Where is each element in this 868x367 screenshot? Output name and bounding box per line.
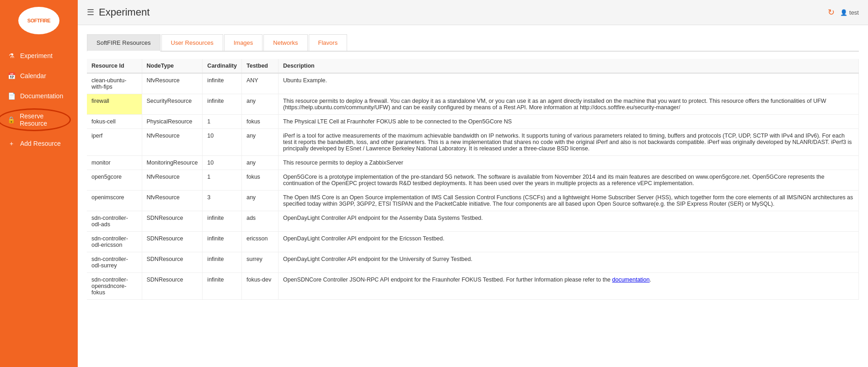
table-header: Resource Id NodeType Cardinality Testbed…: [87, 59, 859, 73]
sidebar-item-reserve-resource[interactable]: 🔒 Reserve Resource: [0, 106, 78, 133]
tabs-bar: SoftFIRE Resources User Resources Images…: [87, 34, 859, 52]
username: test: [849, 9, 859, 16]
user-info: 👤 test: [840, 9, 859, 16]
header-right: ↻ 👤 test: [828, 7, 859, 17]
table-row: sdn-controller-odl-ericssonSDNResourcein…: [87, 232, 859, 252]
header-left: ☰ Experiment: [87, 6, 150, 18]
sidebar-nav: ⚗ Experiment 📅 Calendar 📄 Documentation …: [0, 46, 78, 154]
table-row: openimscoreNfvResource3anyThe Open IMS C…: [87, 191, 859, 211]
sidebar-item-calendar[interactable]: 📅 Calendar: [0, 66, 78, 86]
cell-testbed: fokus: [241, 170, 278, 191]
cell-cardinality: 10: [203, 129, 242, 156]
cell-resource-id: fokus-cell: [87, 115, 142, 129]
table-row: sdn-controller-odl-adsSDNResourceinfinit…: [87, 211, 859, 232]
refresh-icon[interactable]: ↻: [828, 7, 835, 17]
cell-nodetype: SDNResource: [142, 252, 203, 273]
cell-resource-id: iperf: [87, 129, 142, 156]
col-header-testbed: Testbed: [241, 59, 278, 73]
cell-cardinality: 10: [203, 156, 242, 170]
cell-cardinality: infinite: [203, 211, 242, 232]
sidebar-item-add-resource[interactable]: + Add Resource: [0, 133, 78, 154]
sidebar-item-documentation-label: Documentation: [20, 92, 63, 100]
user-icon: 👤: [840, 9, 847, 16]
cell-description: This resource permits to deploy a firewa…: [278, 94, 858, 115]
cell-testbed: ANY: [241, 73, 278, 94]
col-header-nodetype: NodeType: [142, 59, 203, 73]
cell-cardinality: infinite: [203, 232, 242, 252]
col-header-resource-id: Resource Id: [87, 59, 142, 73]
cell-resource-id: openimscore: [87, 191, 142, 211]
hamburger-icon[interactable]: ☰: [87, 7, 94, 17]
cell-testbed: ericsson: [241, 232, 278, 252]
experiment-icon: ⚗: [7, 52, 16, 59]
cell-testbed: any: [241, 94, 278, 115]
cell-description: OpenDayLight Controller API endpoint for…: [278, 252, 858, 273]
cell-testbed: any: [241, 129, 278, 156]
cell-description: The Physical LTE Cell at Fraunhofer FOKU…: [278, 115, 858, 129]
cell-resource-id: sdn-controller-odl-surrey: [87, 252, 142, 273]
documentation-icon: 📄: [7, 92, 16, 100]
header: ☰ Experiment ↻ 👤 test: [78, 0, 868, 25]
col-header-cardinality: Cardinality: [203, 59, 242, 73]
cell-testbed: any: [241, 156, 278, 170]
page-title: Experiment: [99, 6, 150, 18]
cell-description: OpenDayLight Controller API endpoint for…: [278, 232, 858, 252]
cell-nodetype: PhysicalResource: [142, 115, 203, 129]
lock-icon: 🔒: [7, 116, 15, 123]
tab-softfire-resources[interactable]: SoftFIRE Resources: [87, 34, 161, 52]
cell-nodetype: SDNResource: [142, 273, 203, 300]
cell-description: Ubuntu Example.: [278, 73, 858, 94]
calendar-icon: 📅: [7, 72, 16, 80]
cell-nodetype: SDNResource: [142, 232, 203, 252]
cell-resource-id: sdn-controller-opensdncore-fokus: [87, 273, 142, 300]
cell-description: This resource permits to deploy a Zabbix…: [278, 156, 858, 170]
cell-nodetype: NfvResource: [142, 191, 203, 211]
table-row: firewallSecurityResourceinfiniteanyThis …: [87, 94, 859, 115]
cell-nodetype: NfvResource: [142, 170, 203, 191]
sidebar-item-documentation[interactable]: 📄 Documentation: [0, 86, 78, 106]
cell-testbed: any: [241, 191, 278, 211]
cell-cardinality: infinite: [203, 73, 242, 94]
cell-description: The Open IMS Core is an Open Source impl…: [278, 191, 858, 211]
sidebar-item-add-resource-label: Add Resource: [20, 140, 61, 147]
table-row: sdn-controller-opensdncore-fokusSDNResou…: [87, 273, 859, 300]
cell-description: Open5GCore is a prototype implementation…: [278, 170, 858, 191]
cell-nodetype: SDNResource: [142, 211, 203, 232]
sidebar-item-experiment[interactable]: ⚗ Experiment: [0, 46, 78, 66]
cell-description: iPerf is a tool for active measurements …: [278, 129, 858, 156]
cell-testbed: ads: [241, 211, 278, 232]
cell-resource-id: clean-ubuntu-with-fips: [87, 73, 142, 94]
cell-cardinality: 3: [203, 191, 242, 211]
table-row: monitorMonitoringResource10anyThis resou…: [87, 156, 859, 170]
cell-cardinality: 1: [203, 115, 242, 129]
tab-user-resources[interactable]: User Resources: [161, 34, 223, 51]
cell-description: OpenSDNCore Controller JSON-RPC API endp…: [278, 273, 858, 300]
plus-icon: +: [7, 140, 16, 147]
sidebar-item-experiment-label: Experiment: [20, 52, 53, 59]
sidebar-item-calendar-label: Calendar: [20, 72, 46, 80]
table-body: clean-ubuntu-with-fipsNfvResourceinfinit…: [87, 73, 859, 300]
table-row: iperfNfvResource10anyiPerf is a tool for…: [87, 129, 859, 156]
cell-testbed: fokus: [241, 115, 278, 129]
cell-resource-id: sdn-controller-odl-ericsson: [87, 232, 142, 252]
cell-testbed: fokus-dev: [241, 273, 278, 300]
col-header-description: Description: [278, 59, 858, 73]
cell-resource-id: open5gcore: [87, 170, 142, 191]
sidebar-item-reserve-resource-label: Reserve Resource: [20, 112, 70, 127]
cell-nodetype: NfvResource: [142, 73, 203, 94]
main-content: ☰ Experiment ↻ 👤 test SoftFIRE Resources…: [78, 0, 868, 367]
cell-description: OpenDayLight Controller API endpoint for…: [278, 211, 858, 232]
cell-cardinality: 1: [203, 170, 242, 191]
tab-networks[interactable]: Networks: [263, 34, 307, 51]
cell-nodetype: MonitoringResource: [142, 156, 203, 170]
cell-resource-id: monitor: [87, 156, 142, 170]
table-row: sdn-controller-odl-surreySDNResourceinfi…: [87, 252, 859, 273]
logo: SOFTFIRE: [18, 7, 59, 34]
cell-resource-id: firewall: [87, 94, 142, 115]
resources-table: Resource Id NodeType Cardinality Testbed…: [87, 59, 859, 300]
logo-area: SOFTFIRE: [0, 0, 78, 41]
tab-flavors[interactable]: Flavors: [309, 34, 348, 51]
cell-resource-id: sdn-controller-odl-ads: [87, 211, 142, 232]
table-row: open5gcoreNfvResource1fokusOpen5GCore is…: [87, 170, 859, 191]
tab-images[interactable]: Images: [224, 34, 263, 51]
